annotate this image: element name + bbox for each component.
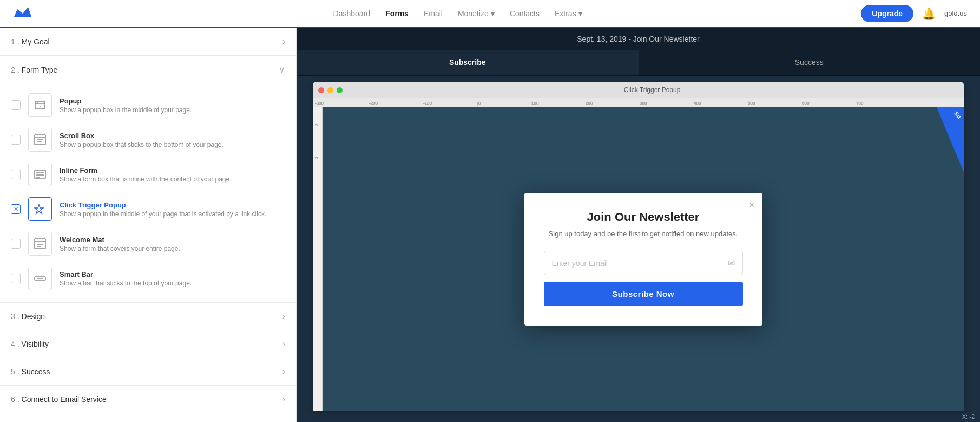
form-type-popup[interactable]: Popup Show a popup box in the middle of … bbox=[0, 88, 296, 122]
chevron-down-icon-form-type: ∨ bbox=[279, 64, 285, 75]
click-trigger-popup-checkbox[interactable] bbox=[11, 204, 21, 214]
scroll-box-checkbox[interactable] bbox=[11, 135, 21, 145]
popup-text: Popup Show a popup box in the middle of … bbox=[60, 97, 192, 114]
nav-extras[interactable]: Extras ▾ bbox=[555, 9, 582, 18]
nav-forms[interactable]: Forms bbox=[385, 9, 409, 18]
canvas-wrapper: Click Trigger Popup -300 -200 -100 |0 10… bbox=[297, 76, 980, 422]
svg-text:0: 0 bbox=[314, 124, 318, 126]
svg-text:200: 200 bbox=[586, 101, 593, 106]
chevron-down-icon-2: ▾ bbox=[578, 9, 582, 18]
nav-email[interactable]: Email bbox=[424, 9, 443, 18]
form-type-scroll-box[interactable]: Scroll Box Show a popup box that sticks … bbox=[0, 122, 296, 157]
svg-text:300: 300 bbox=[640, 101, 647, 106]
sidebar-section-goal: 1. My Goal › bbox=[0, 28, 296, 56]
sidebar-section-design-title: 3. Design bbox=[11, 312, 45, 321]
popup-title: Join Our Newsletter bbox=[544, 210, 743, 224]
chevron-right-icon-connect: › bbox=[282, 394, 285, 404]
topnav: Dashboard Forms Email Monetize ▾ Contact… bbox=[0, 0, 980, 28]
popup-checkbox[interactable] bbox=[11, 100, 21, 110]
browser-dot-red bbox=[318, 87, 324, 93]
preview-header: Sept. 13, 2019 - Join Our Newsletter bbox=[297, 28, 980, 50]
welcome-mat-text: Welcome Mat Show a form that covers your… bbox=[60, 236, 180, 252]
corner-ribbon: Su bbox=[937, 107, 964, 172]
tab-success[interactable]: Success bbox=[639, 50, 981, 75]
inline-form-text: Inline Form Show a form box that is inli… bbox=[60, 166, 232, 183]
inline-form-checkbox[interactable] bbox=[11, 170, 21, 179]
svg-text:100: 100 bbox=[531, 101, 539, 106]
sidebar-section-goal-title: 1. My Goal bbox=[11, 37, 50, 46]
form-type-inline[interactable]: Inline Form Show a form box that is inli… bbox=[0, 157, 296, 192]
newsletter-popup: × Join Our Newsletter Sign up today and … bbox=[524, 193, 762, 326]
sidebar-section-design: 3. Design › bbox=[0, 303, 296, 330]
main-layout: 1. My Goal › 2. Form Type ∨ bbox=[0, 28, 980, 422]
sidebar-section-connect-title: 6. Connect to Email Service bbox=[11, 395, 107, 404]
sidebar-section-success-title: 5. Success bbox=[11, 367, 50, 376]
browser-titlebar: Click Trigger Popup bbox=[313, 82, 964, 98]
welcome-mat-checkbox[interactable] bbox=[11, 239, 21, 249]
sidebar-section-visibility-title: 4. Visibility bbox=[11, 340, 49, 348]
svg-text:2: 2 bbox=[314, 157, 318, 159]
nav-links: Dashboard Forms Email Monetize ▾ Contact… bbox=[54, 9, 861, 18]
popup-subtitle: Sign up today and be the first to get no… bbox=[544, 230, 743, 238]
svg-text:-300: -300 bbox=[315, 101, 324, 106]
form-type-smart-bar[interactable]: Smart Bar Show a bar that sticks to the … bbox=[0, 261, 296, 296]
preview-tabs: Subscribe Success bbox=[297, 50, 980, 76]
svg-text:-200: -200 bbox=[369, 101, 378, 106]
user-label: gold.us bbox=[944, 9, 967, 17]
email-input-field[interactable]: Enter your Email ✉ bbox=[544, 251, 743, 275]
chevron-right-icon-design: › bbox=[282, 311, 285, 321]
browser-title: Click Trigger Popup bbox=[346, 86, 958, 94]
canvas-content: Su × Join Our Newsletter Sign up today a… bbox=[323, 107, 964, 411]
form-type-list: Popup Show a popup box in the middle of … bbox=[0, 83, 296, 302]
click-trigger-popup-text: Click Trigger Popup Show a popup in the … bbox=[60, 201, 266, 218]
preview-area: Sept. 13, 2019 - Join Our Newsletter Sub… bbox=[297, 28, 980, 422]
popup-icon bbox=[28, 93, 52, 117]
subscribe-button[interactable]: Subscribe Now bbox=[544, 282, 743, 306]
sidebar-section-form-type-title: 2. Form Type bbox=[11, 66, 57, 74]
sidebar-section-success: 5. Success › bbox=[0, 358, 296, 386]
sidebar-section-success-header[interactable]: 5. Success › bbox=[0, 358, 296, 385]
smart-bar-text: Smart Bar Show a bar that sticks to the … bbox=[60, 270, 192, 287]
sidebar: 1. My Goal › 2. Form Type ∨ bbox=[0, 28, 297, 422]
sidebar-section-design-header[interactable]: 3. Design › bbox=[0, 303, 296, 330]
welcome-mat-icon bbox=[28, 232, 52, 256]
sidebar-section-visibility-header[interactable]: 4. Visibility › bbox=[0, 330, 296, 358]
chevron-down-icon: ▾ bbox=[491, 9, 495, 18]
nav-monetize[interactable]: Monetize ▾ bbox=[458, 9, 495, 18]
nav-dashboard[interactable]: Dashboard bbox=[333, 9, 371, 18]
form-type-welcome-mat[interactable]: Welcome Mat Show a form that covers your… bbox=[0, 226, 296, 261]
svg-rect-12 bbox=[35, 239, 45, 249]
notification-bell-icon[interactable]: 🔔 bbox=[922, 7, 936, 20]
svg-text:-100: -100 bbox=[423, 101, 432, 106]
status-bar: X: -2 bbox=[957, 411, 980, 422]
topnav-right: Upgrade 🔔 gold.us bbox=[861, 5, 967, 22]
ruler-horizontal: -300 -200 -100 |0 100 200 300 400 500 60… bbox=[313, 98, 964, 107]
scroll-box-icon bbox=[28, 128, 52, 152]
ruler-v-container: 0 2 Su × Join O bbox=[313, 107, 964, 411]
form-type-click-trigger-popup[interactable]: Click Trigger Popup Show a popup in the … bbox=[0, 192, 296, 226]
inline-form-icon bbox=[28, 163, 52, 186]
logo bbox=[13, 5, 32, 22]
sidebar-section-goal-header[interactable]: 1. My Goal › bbox=[0, 28, 296, 55]
sidebar-section-connect: 6. Connect to Email Service › bbox=[0, 386, 296, 413]
scroll-box-text: Scroll Box Show a popup box that sticks … bbox=[60, 132, 223, 148]
tab-subscribe[interactable]: Subscribe bbox=[297, 50, 639, 75]
browser-dot-yellow bbox=[327, 87, 333, 93]
smart-bar-icon bbox=[28, 267, 52, 290]
popup-close-button[interactable]: × bbox=[749, 199, 755, 211]
nav-contacts[interactable]: Contacts bbox=[510, 9, 540, 18]
sidebar-section-form-type: 2. Form Type ∨ bbox=[0, 56, 296, 303]
sidebar-section-visibility: 4. Visibility › bbox=[0, 330, 296, 358]
click-trigger-popup-icon bbox=[28, 197, 52, 221]
svg-text:|0: |0 bbox=[477, 101, 481, 106]
svg-text:400: 400 bbox=[694, 101, 701, 106]
sidebar-section-form-type-header[interactable]: 2. Form Type ∨ bbox=[0, 56, 296, 83]
chevron-right-icon-visibility: › bbox=[282, 339, 285, 349]
browser-dot-green bbox=[337, 87, 343, 93]
upgrade-button[interactable]: Upgrade bbox=[861, 5, 913, 22]
svg-rect-0 bbox=[35, 101, 45, 109]
ruler-vertical: 0 2 bbox=[313, 107, 323, 411]
sidebar-section-connect-header[interactable]: 6. Connect to Email Service › bbox=[0, 386, 296, 413]
svg-text:600: 600 bbox=[802, 101, 810, 106]
smart-bar-checkbox[interactable] bbox=[11, 274, 21, 283]
